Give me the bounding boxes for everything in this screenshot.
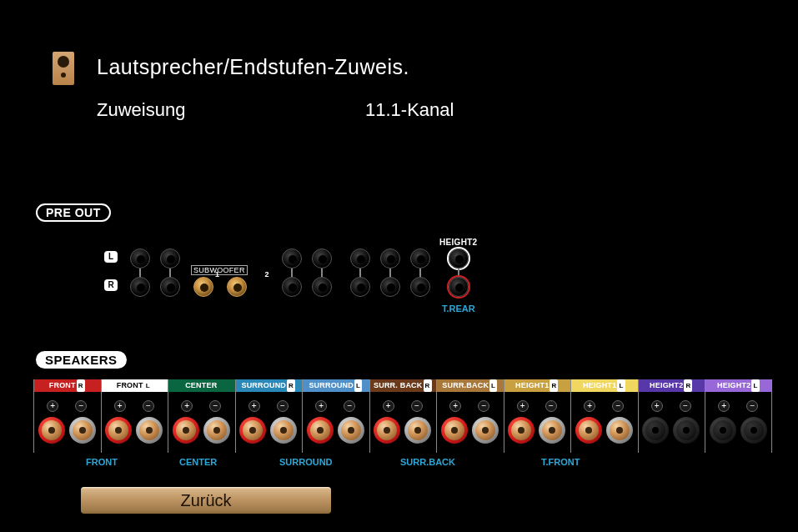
minus-icon: −: [209, 400, 221, 412]
binding-post-pos: [307, 417, 334, 444]
preout-jack: [410, 248, 430, 269]
speaker-caption: T.FRONT: [541, 457, 580, 467]
binding-post-pos: [105, 417, 132, 444]
binding-post-neg: [69, 417, 96, 444]
minus-icon: −: [612, 400, 624, 412]
binding-post-neg: [673, 417, 700, 444]
assignment-label: Zuweisung: [97, 99, 185, 121]
back-button[interactable]: Zurück: [81, 487, 331, 514]
preout-jack: [160, 248, 180, 269]
minus-icon: −: [277, 400, 289, 412]
preout-jack: [282, 248, 302, 269]
preout-diagram: L R SUBWOOFER 1 2 HEIGHT2: [0, 238, 798, 329]
binding-post-neg: [740, 417, 767, 444]
binding-post-pos: [575, 417, 602, 444]
terminal-header: HEIGHT1L: [570, 379, 638, 392]
speaker-terminal-group: SURROUNDL +−: [302, 379, 369, 444]
preout-jack: [282, 277, 302, 297]
minus-icon: −: [344, 400, 355, 412]
binding-post-neg: [203, 417, 230, 444]
plus-icon: +: [383, 400, 394, 412]
terminal-header: HEIGHT1R: [504, 379, 571, 392]
binding-post-neg: [606, 417, 633, 444]
speaker-caption: FRONT: [86, 457, 118, 467]
binding-post-neg: [136, 417, 163, 444]
plus-icon: +: [718, 400, 730, 412]
terminal-header: SURROUNDL: [302, 379, 369, 392]
preout-jack: [160, 277, 180, 297]
binding-post-pos: [642, 417, 669, 444]
binding-post-pos: [374, 417, 400, 444]
terminal-header: FRONTR: [33, 379, 101, 392]
speakers-diagram: FRONTR +− FRONTL +− CENTER +− SURROUNDR …: [33, 379, 775, 444]
speaker-caption: SURROUND: [279, 457, 333, 467]
speaker-terminal-group: SURR.BACKL +−: [436, 379, 504, 444]
preout-jack: [410, 277, 430, 297]
page-title: Lautsprecher/Endstufen-Zuweis.: [97, 55, 409, 79]
speaker-terminal-group: HEIGHT2R +−: [638, 379, 705, 444]
minus-icon: −: [75, 400, 87, 412]
terminal-header: HEIGHT2L: [705, 379, 772, 392]
speaker-terminal-group: FRONTR +−: [33, 379, 101, 444]
preout-jack: [380, 277, 400, 297]
minus-icon: −: [680, 400, 691, 412]
speaker-icon: [53, 52, 74, 85]
preout-badge: PRE OUT: [36, 203, 111, 222]
binding-post-neg: [270, 417, 297, 444]
height2-jack-l: [449, 248, 469, 269]
speaker-terminal-group: HEIGHT2L +−: [705, 379, 772, 444]
binding-post-pos: [38, 417, 65, 444]
binding-post-pos: [173, 417, 199, 444]
l-badge: L: [104, 251, 118, 263]
minus-icon: −: [545, 400, 557, 412]
plus-icon: +: [449, 400, 461, 412]
speaker-terminal-group: HEIGHT1R +−: [504, 379, 571, 444]
trear-label: T.REAR: [442, 304, 475, 314]
terminal-header: HEIGHT2R: [638, 379, 705, 392]
terminal-header: SURROUNDR: [235, 379, 303, 392]
binding-post-pos: [239, 417, 266, 444]
speaker-terminal-group: SURR. BACKR +−: [369, 379, 437, 444]
plus-icon: +: [315, 400, 327, 412]
binding-post-neg: [338, 417, 364, 444]
speaker-terminal-group: SURROUNDR +−: [235, 379, 303, 444]
speakers-badge: SPEAKERS: [36, 351, 127, 369]
speaker-terminal-group: HEIGHT1L +−: [570, 379, 638, 444]
preout-jack: [130, 277, 150, 297]
terminal-header: CENTER: [168, 379, 235, 392]
preout-jack: [350, 277, 370, 297]
plus-icon: +: [114, 400, 126, 412]
binding-post-neg: [472, 417, 499, 444]
plus-icon: +: [47, 400, 58, 412]
plus-icon: +: [517, 400, 529, 412]
preout-jack: [312, 277, 332, 297]
speaker-terminal-group: FRONTL +−: [101, 379, 168, 444]
speaker-caption: CENTER: [179, 457, 217, 467]
binding-post-neg: [404, 417, 431, 444]
minus-icon: −: [478, 400, 489, 412]
height2-label: HEIGHT2: [439, 238, 477, 247]
terminal-header: SURR.BACKL: [436, 379, 504, 392]
plus-icon: +: [584, 400, 595, 412]
preout-jack: [380, 248, 400, 269]
binding-post-neg: [539, 417, 565, 444]
preout-jack: [312, 248, 332, 269]
preout-jack: [350, 248, 370, 269]
preout-jack: [130, 248, 150, 269]
speaker-terminal-group: CENTER +−: [168, 379, 235, 444]
terminal-header: SURR. BACKR: [369, 379, 437, 392]
binding-post-pos: [710, 417, 736, 444]
plus-icon: +: [651, 400, 663, 412]
binding-post-pos: [441, 417, 468, 444]
r-badge: R: [104, 279, 118, 291]
minus-icon: −: [411, 400, 423, 412]
plus-icon: +: [248, 400, 260, 412]
minus-icon: −: [746, 400, 758, 412]
minus-icon: −: [143, 400, 154, 412]
speaker-caption: SURR.BACK: [400, 457, 455, 467]
height2-jack-r: [449, 277, 469, 297]
subwoofer-jack-1: [193, 277, 213, 297]
plus-icon: +: [181, 400, 193, 412]
terminal-header: FRONTL: [101, 379, 168, 392]
subwoofer-jack-2: [227, 277, 247, 297]
